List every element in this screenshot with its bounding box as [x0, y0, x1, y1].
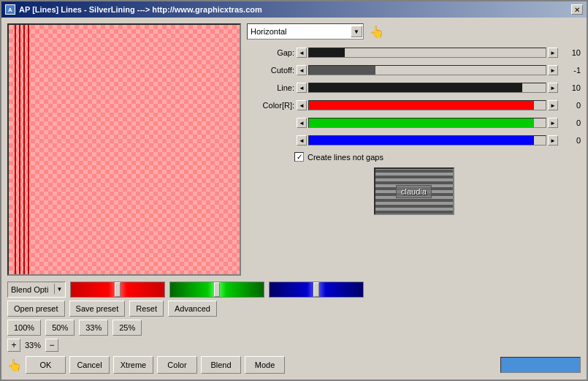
color-g-decrement[interactable]: ◄: [297, 118, 307, 128]
blue-status-bar: [500, 357, 581, 373]
preview-line-3: [23, 25, 25, 274]
color-r-decrement[interactable]: ◄: [297, 100, 307, 110]
app-icon: A: [5, 4, 15, 15]
blend-red-thumb: [115, 282, 121, 297]
gap-slider-container: ◄ ►: [297, 48, 558, 58]
line-fill: [309, 83, 522, 92]
action-bar: 👆 OK Cancel Xtreme Color Blend Mode: [7, 356, 581, 374]
checker-background: [9, 25, 240, 274]
color-g-fill: [309, 118, 534, 127]
color-b-slider-row: ◄ ► 0: [247, 133, 581, 148]
line-increment[interactable]: ►: [548, 83, 558, 93]
cutoff-increment[interactable]: ►: [548, 65, 558, 75]
line-value: 10: [560, 83, 581, 92]
xtreme-button[interactable]: Xtreme: [113, 356, 153, 374]
open-preset-button[interactable]: Open preset: [7, 301, 65, 317]
color-button[interactable]: Color: [157, 356, 197, 374]
zoom-100-button[interactable]: 100%: [7, 320, 41, 336]
line-slider-row: Line: ◄ ► 10: [247, 80, 581, 95]
blend-dropdown-wrapper: Blend Opti ▼: [7, 282, 66, 298]
blend-dropdown-arrow: ▼: [54, 284, 64, 294]
blend-button[interactable]: Blend: [201, 356, 241, 374]
line-slider-container: ◄ ►: [297, 83, 558, 93]
line-decrement[interactable]: ◄: [297, 83, 307, 93]
blend-row: Blend Opti ▼: [7, 282, 581, 298]
preview-panel: [7, 23, 241, 276]
color-g-slider-row: ◄ ► 0: [247, 116, 581, 130]
line-label: Line:: [247, 83, 294, 92]
preview-line-1: [15, 25, 16, 274]
blend-blue-slider[interactable]: [269, 282, 364, 298]
gap-track[interactable]: [308, 48, 546, 58]
blend-red-slider[interactable]: [70, 282, 165, 298]
cutoff-slider-container: ◄ ►: [297, 65, 558, 75]
zoom-decrement-button[interactable]: −: [45, 339, 58, 352]
orientation-dropdown[interactable]: Horizontal Vertical Diagonal: [247, 23, 364, 39]
thumb-label-text: claudia: [396, 185, 432, 198]
color-r-slider-container: ◄ ►: [297, 100, 558, 110]
preset-button-row: Open preset Save preset Reset Advanced: [7, 301, 581, 317]
close-button[interactable]: ✕: [571, 4, 583, 15]
mode-button[interactable]: Mode: [245, 356, 285, 374]
gap-slider-row: Gap: ◄ ► 10: [247, 45, 581, 60]
cutoff-track[interactable]: [308, 65, 546, 75]
orientation-dropdown-arrow: ▼: [351, 26, 362, 37]
cutoff-label: Cutoff:: [247, 66, 294, 75]
hand-pointer-icon: 👆: [370, 25, 384, 39]
cutoff-slider-row: Cutoff: ◄ ► -1: [247, 63, 581, 78]
orientation-dropdown-wrapper: Horizontal Vertical Diagonal ▼: [247, 23, 364, 39]
line-track[interactable]: [308, 83, 546, 93]
checkbox-row: ✓ Create lines not gaps: [294, 152, 581, 162]
ok-button[interactable]: OK: [26, 356, 66, 374]
color-r-increment[interactable]: ►: [548, 100, 558, 110]
action-hand-icon: 👆: [7, 358, 22, 372]
zoom-control-row: + 33% −: [7, 339, 581, 352]
zoom-33-button[interactable]: 33%: [79, 320, 108, 336]
color-b-track[interactable]: [308, 135, 546, 146]
color-b-slider-container: ◄ ►: [297, 135, 558, 146]
advanced-button[interactable]: Advanced: [168, 301, 217, 317]
zoom-increment-button[interactable]: +: [7, 339, 20, 352]
create-lines-checkbox[interactable]: ✓: [294, 152, 304, 162]
gap-value: 10: [560, 48, 581, 57]
color-b-value: 0: [560, 136, 581, 145]
color-g-track[interactable]: [308, 118, 546, 128]
color-g-slider-container: ◄ ►: [297, 118, 558, 128]
blend-green-thumb: [214, 282, 220, 297]
cutoff-value: -1: [560, 66, 581, 75]
color-r-track[interactable]: [308, 100, 546, 110]
gap-fill: [309, 48, 345, 57]
checkbox-label: Create lines not gaps: [308, 153, 383, 162]
color-b-increment[interactable]: ►: [548, 135, 558, 146]
color-r-fill: [309, 101, 534, 110]
cancel-button[interactable]: Cancel: [69, 356, 110, 374]
zoom-current-value: 33%: [25, 341, 41, 350]
blend-green-slider[interactable]: [169, 282, 264, 298]
checkbox-checkmark: ✓: [297, 153, 302, 161]
blend-blue-thumb: [313, 282, 319, 297]
color-g-value: 0: [560, 118, 581, 127]
gap-decrement[interactable]: ◄: [297, 48, 307, 58]
main-window: A AP [Lines] Lines - SilverLining ---> h…: [0, 0, 588, 381]
controls-panel: Horizontal Vertical Diagonal ▼ 👆 Gap: ◄ …: [247, 23, 581, 276]
color-b-decrement[interactable]: ◄: [297, 135, 307, 146]
bottom-section: Blend Opti ▼ Open preset Save preset Res…: [1, 282, 587, 380]
orientation-row: Horizontal Vertical Diagonal ▼ 👆: [247, 23, 581, 39]
main-content: Horizontal Vertical Diagonal ▼ 👆 Gap: ◄ …: [1, 18, 587, 282]
window-title: AP [Lines] Lines - SilverLining ---> htt…: [19, 5, 262, 14]
color-g-increment[interactable]: ►: [548, 118, 558, 128]
preview-line-4: [28, 25, 29, 274]
zoom-levels-row: 100% 50% 33% 25%: [7, 320, 581, 336]
zoom-50-button[interactable]: 50%: [45, 320, 75, 336]
gap-increment[interactable]: ►: [548, 48, 558, 58]
reset-button[interactable]: Reset: [129, 301, 164, 317]
save-preset-button[interactable]: Save preset: [69, 301, 126, 317]
color-r-label: Color[R]:: [247, 101, 294, 110]
gap-label: Gap:: [247, 48, 294, 57]
cutoff-decrement[interactable]: ◄: [297, 65, 307, 75]
preview-thumbnail: claudia: [374, 167, 454, 215]
title-bar: A AP [Lines] Lines - SilverLining ---> h…: [1, 1, 587, 18]
zoom-25-button[interactable]: 25%: [112, 320, 142, 336]
cutoff-fill: [309, 66, 375, 75]
preview-lines-overlay: [15, 25, 37, 274]
